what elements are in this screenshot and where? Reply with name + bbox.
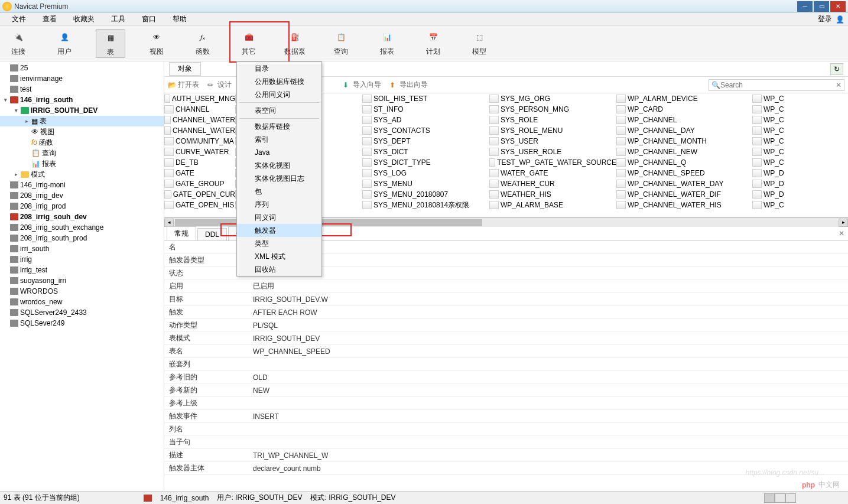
scroll-thumb[interactable]	[175, 219, 482, 226]
close-detail-icon[interactable]: ✕	[839, 229, 844, 238]
dropdown-item[interactable]: 触发器	[237, 224, 321, 237]
table-item[interactable]: WP_C	[752, 125, 788, 136]
table-item[interactable]: WP_ALARM_DEVICE	[616, 93, 752, 104]
table-item[interactable]: SYS_MENU	[362, 178, 489, 189]
tree-item[interactable]: irrig_test	[0, 265, 164, 275]
table-item[interactable]: WP_C	[752, 136, 788, 147]
table-item[interactable]: WP_CHANNEL	[616, 115, 752, 125]
table-item[interactable]: GATE	[164, 168, 235, 178]
toolbar-toolbox-button[interactable]: 🧰其它	[234, 29, 264, 58]
table-item[interactable]: SYS_MENU_20180807	[362, 189, 489, 200]
expand-arrow[interactable]: ▸	[13, 171, 19, 177]
table-item[interactable]: SYS_PERSON_MNG	[489, 104, 616, 115]
toolbar-model-button[interactable]: ⬚模型	[464, 29, 494, 58]
menu-favorites[interactable]: 收藏夹	[65, 14, 103, 24]
tree-item[interactable]: ▸模式	[0, 169, 164, 180]
table-item[interactable]: GATE_OPEN_CUR	[164, 189, 235, 200]
tree-item[interactable]: irri_south	[0, 243, 164, 254]
table-item[interactable]: CURVE_WATER	[164, 147, 235, 157]
minimize-button[interactable]: ─	[797, 1, 813, 12]
view-grid-button[interactable]	[785, 493, 796, 503]
table-item[interactable]: WEATHER_HIS	[489, 189, 616, 200]
login-link[interactable]: 登录	[814, 14, 836, 24]
dropdown-item[interactable]: 序列	[237, 198, 321, 211]
property-row[interactable]: 动作类型PL/SQL	[164, 319, 848, 332]
property-row[interactable]: 嵌套列	[164, 358, 848, 371]
expand-arrow[interactable]: ▸	[24, 118, 30, 124]
tree-item[interactable]: ▸▦表	[0, 116, 164, 126]
tree-item[interactable]: 208_irrig_souh_dev	[0, 212, 164, 222]
open-table-action[interactable]: 📂打开表	[168, 80, 199, 90]
tree-item[interactable]: ▾IRRIG_SOUTH_DEV	[0, 105, 164, 116]
toolbar-report-button[interactable]: 📊报表	[372, 29, 402, 58]
refresh-button[interactable]: ↻	[830, 63, 843, 75]
table-item[interactable]: WEATHER_CUR	[489, 178, 616, 189]
tree-item[interactable]: fo函数	[0, 137, 164, 148]
table-item[interactable]: WP_CHANNEL_NEW	[616, 147, 752, 157]
toolbar-query-button[interactable]: 📋查询	[326, 29, 356, 58]
table-item[interactable]: SYS_MENU_20180814亲权限	[362, 200, 489, 210]
dropdown-item[interactable]: 同义词	[237, 211, 321, 224]
tree-item[interactable]: test	[0, 84, 164, 95]
tree-item[interactable]: 208_irrig_prod	[0, 201, 164, 212]
dropdown-item[interactable]: 类型	[237, 237, 321, 250]
menu-window[interactable]: 窗口	[134, 14, 164, 24]
dropdown-item[interactable]: 公用数据库链接	[237, 75, 321, 88]
table-item[interactable]: WATER_GATE	[489, 168, 616, 178]
dropdown-item[interactable]: 回收站	[237, 263, 321, 276]
dropdown-item[interactable]: 公用同义词	[237, 88, 321, 101]
table-item[interactable]: DE_TB	[164, 157, 235, 168]
property-row[interactable]: 表模式IRRIG_SOUTH_DEV	[164, 332, 848, 345]
table-item[interactable]: SYS_LOG	[362, 168, 489, 178]
dropdown-item[interactable]: 目录	[237, 62, 321, 75]
menu-help[interactable]: 帮助	[164, 14, 195, 24]
table-item[interactable]: WP_D	[752, 189, 788, 200]
export-wizard[interactable]: ⬆导出向导	[389, 80, 428, 90]
tree-item[interactable]: ▾146_irrig_south	[0, 95, 164, 105]
dropdown-item[interactable]: Java	[237, 146, 321, 159]
tree-item[interactable]: ienvirmanage	[0, 73, 164, 84]
dropdown-item[interactable]: 实体化视图	[237, 159, 321, 172]
toolbar-pump-button[interactable]: ⛽数据泵	[280, 29, 310, 58]
object-tab[interactable]: 对象	[169, 62, 201, 76]
toolbar-view-button[interactable]: 👁视图	[142, 29, 171, 58]
close-button[interactable]: ✕	[830, 1, 846, 12]
property-row[interactable]: 表名WP_CHANNEL_SPEED	[164, 345, 848, 358]
expand-arrow[interactable]: ▾	[2, 97, 8, 103]
toolbar-schedule-button[interactable]: 📅计划	[418, 29, 448, 58]
menu-file[interactable]: 文件	[4, 14, 34, 24]
table-item[interactable]: WP_CHANNEL_Q	[616, 157, 752, 168]
search-input[interactable]	[720, 81, 836, 89]
tree-item[interactable]: 208_irrig_south_prod	[0, 233, 164, 243]
properties-grid[interactable]: 名触发器类型状态Valid启用已启用目标IRRIG_SOUTH_DEV.W触发A…	[164, 241, 848, 491]
dropdown-item[interactable]: 数据库链接	[237, 120, 321, 133]
property-row[interactable]: 当子句	[164, 436, 848, 449]
table-item[interactable]: SYS_DICT_TYPE	[362, 157, 489, 168]
table-item[interactable]: WP_C	[752, 115, 788, 125]
table-item[interactable]: ST_INFO	[362, 104, 489, 115]
table-item[interactable]: CHANNEL_WATER	[164, 115, 235, 125]
menu-tools[interactable]: 工具	[103, 14, 134, 24]
expand-arrow[interactable]: ▾	[13, 108, 19, 113]
maximize-button[interactable]: ▭	[814, 1, 829, 12]
tree-item[interactable]: wrordos_new	[0, 297, 164, 307]
table-item[interactable]: WP_CARD	[616, 104, 752, 115]
table-item[interactable]: WP_D	[752, 178, 788, 189]
dropdown-item[interactable]: XML 模式	[237, 250, 321, 263]
toolbar-plug-button[interactable]: 🔌连接	[4, 29, 33, 58]
table-item[interactable]: CHANNEL_WATER	[164, 125, 235, 136]
property-row[interactable]: 触发AFTER EACH ROW	[164, 306, 848, 319]
table-item[interactable]: CHANNEL	[164, 104, 235, 115]
table-item[interactable]: SYS_ROLE	[489, 115, 616, 125]
table-item[interactable]: GATE_OPEN_HIS	[164, 200, 235, 210]
tree-item[interactable]: 208_irrig_dev	[0, 190, 164, 201]
table-item[interactable]: WP_CHANNEL_WATER_HIS	[616, 200, 752, 210]
table-item[interactable]: TEST_WP_GATE_WATER_SOURCE	[489, 157, 616, 168]
import-wizard[interactable]: ⬇导入向导	[343, 80, 381, 90]
table-item[interactable]: SYS_AD	[362, 115, 489, 125]
property-row[interactable]: 目标IRRIG_SOUTH_DEV.W	[164, 293, 848, 306]
table-item[interactable]: GATE_GROUP	[164, 178, 235, 189]
table-item[interactable]: WP_D	[752, 168, 788, 178]
dropdown-item[interactable]: 实体化视图日志	[237, 172, 321, 185]
tree-item[interactable]: 📋查询	[0, 148, 164, 158]
